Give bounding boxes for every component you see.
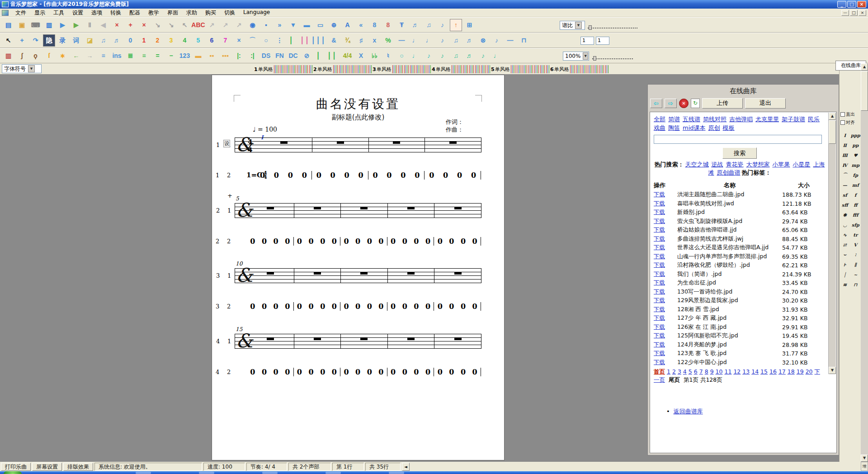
download-link[interactable]: 下载 [654, 341, 677, 349]
download-link[interactable]: 下载 [654, 350, 677, 357]
hot-search-link[interactable]: 小苹果 [773, 161, 790, 168]
download-link[interactable]: 下载 [654, 359, 677, 366]
dash2-icon[interactable]: — [504, 34, 516, 47]
palette-item[interactable]: Ⅲ [840, 150, 850, 160]
exit-button[interactable]: 退出 [745, 98, 786, 109]
download-link[interactable]: 下载 [654, 332, 677, 340]
palette-item[interactable]: ✱ [840, 210, 850, 220]
staff-measure[interactable] [341, 334, 388, 349]
page-link[interactable]: 8 [705, 368, 708, 375]
natural-icon[interactable]: ♮ [382, 50, 394, 62]
insert-measure-icon[interactable]: + [124, 19, 137, 31]
scroll-up-icon[interactable]: ▲ [861, 63, 868, 71]
double-sharp-icon[interactable]: x [368, 34, 381, 47]
voice-number-input[interactable]: 1 [580, 37, 594, 45]
palette-item[interactable]: mp [850, 160, 861, 170]
bar-orange-3-icon[interactable]: ▪▪▪ [219, 50, 231, 62]
lyricist-label[interactable]: 作词： [446, 118, 463, 126]
barline-thin-icon[interactable]: ▏ [314, 50, 326, 62]
menu-item[interactable]: 求助 [182, 8, 201, 18]
da-capo-icon[interactable]: DC [287, 50, 299, 62]
small-block-icon[interactable]: ▪ [260, 19, 272, 31]
time-sig-44-icon[interactable]: 4/4 [341, 50, 354, 62]
staff-system-part2[interactable]: 21+5& [235, 203, 481, 218]
palette-item[interactable]: │ [840, 270, 850, 280]
hot-search-link[interactable]: 逆战 [712, 161, 723, 168]
last-page-link[interactable]: 尾页 [669, 376, 680, 383]
search-button[interactable]: 搜索 [722, 147, 757, 159]
percussion-instrument-icon[interactable]: ▥ [2, 50, 14, 62]
dock-checkbox[interactable]: 对齐 [840, 119, 861, 126]
score-ratio-slider[interactable] [588, 25, 637, 28]
instrument-library-icon[interactable]: ▥ [43, 19, 55, 31]
palette-item[interactable]: ⇄ [840, 240, 850, 250]
palette-item[interactable]: sfp [850, 220, 861, 230]
duration-half-icon[interactable]: ♩ [409, 34, 421, 47]
line-style-2-icon[interactable]: ≡ [138, 50, 150, 62]
download-link[interactable]: 下载 [654, 288, 677, 296]
page-link[interactable]: 20 [806, 368, 813, 375]
play-from-cursor-icon[interactable]: ▶ [70, 19, 82, 31]
abc-lyrics-icon[interactable]: ABC [192, 19, 204, 31]
delete-confirm-icon[interactable]: × [138, 19, 150, 31]
paste-block-up-icon[interactable]: ↖ [179, 19, 191, 31]
palette-item[interactable]: f [850, 190, 861, 200]
hot-search-link[interactable]: 大梦想家 [746, 161, 770, 168]
scroll-down-icon[interactable]: ▼ [829, 367, 836, 374]
dash-icon[interactable]: — [396, 34, 408, 47]
degree-6-icon[interactable]: 6 [206, 34, 218, 47]
double-flat-icon[interactable]: ♭♭ [368, 50, 381, 62]
rest-x-icon[interactable]: ⊗ [477, 34, 489, 47]
lute-instrument-icon[interactable]: ϙ [29, 50, 42, 62]
grace-note-icon[interactable]: ♪ [491, 34, 503, 47]
minimize-button[interactable]: _ [837, 1, 846, 8]
download-link[interactable]: 下载 [654, 244, 677, 251]
degree-4-icon[interactable]: 4 [179, 34, 191, 47]
page-link[interactable]: 4 [683, 368, 687, 375]
text-sign-icon[interactable]: Ŧ [396, 19, 408, 31]
delete-note-icon[interactable]: × [233, 34, 245, 47]
browser-stop-button[interactable]: ✕ [679, 99, 689, 108]
checkbox-icon[interactable] [840, 120, 845, 125]
staff-number-input[interactable]: 1 [596, 37, 609, 45]
page-link[interactable]: 9 [710, 368, 714, 375]
line-style-3-icon[interactable]: ≣ [124, 50, 137, 62]
staff-measure[interactable] [425, 137, 481, 152]
menu-item[interactable]: 转换 [106, 8, 125, 18]
hot-search-link[interactable]: 天空之城 [685, 161, 709, 168]
palette-item[interactable]: ∥ [850, 260, 861, 270]
jianpu-measure[interactable]: 0000 [247, 302, 294, 311]
degree-3-icon[interactable]: 3 [165, 34, 177, 47]
child-restore-button[interactable]: □ [850, 10, 858, 16]
menu-item[interactable]: 显示 [30, 8, 49, 18]
maximize-button[interactable]: □ [847, 1, 856, 8]
whole-note-icon[interactable]: ○ [396, 50, 408, 62]
category-link[interactable]: 民乐 [808, 116, 820, 123]
jianpu-measure[interactable]: 0000 [387, 302, 434, 311]
download-link[interactable]: 下载 [654, 191, 677, 199]
grace-2-icon[interactable]: ♫ [450, 50, 462, 62]
upload-web-icon[interactable]: ↑ [450, 19, 462, 31]
category-link[interactable]: 简线对照 [703, 116, 726, 123]
measure-style-tab[interactable]: 4 单风格 [432, 64, 491, 74]
degree-7-icon[interactable]: 7 [219, 34, 231, 47]
repeat-end-icon[interactable]: :| [246, 50, 259, 62]
page-link[interactable]: 12 [733, 368, 741, 375]
palette-item[interactable]: ◡ [840, 220, 850, 230]
palette-item[interactable]: ∿ [840, 230, 850, 240]
fast-forward-icon[interactable]: » [274, 19, 286, 31]
palette-item[interactable]: ⊓ [850, 280, 861, 289]
palette-item[interactable]: Ⅱ [840, 140, 850, 150]
staff-system-part1[interactable]: 11设&44 [235, 137, 481, 152]
scroll-thumb[interactable] [829, 120, 836, 144]
palette-item[interactable]: ≋ [840, 280, 850, 289]
eighth-note-cyan-icon[interactable]: ♪ [423, 50, 435, 62]
jianpu-measure[interactable]: 0000 [255, 171, 312, 180]
insert-mode-icon[interactable]: ins [111, 50, 123, 62]
palette-item[interactable]: ⌣ [840, 250, 850, 260]
note-flag-icon[interactable]: ♬ [409, 19, 421, 31]
menu-item[interactable]: 购买 [201, 8, 220, 18]
download-link[interactable]: 下载 [654, 297, 677, 304]
tempo-marking[interactable]: ♩ = 100 [253, 126, 277, 133]
jianpu-line-part1[interactable]: 121=C440000000000000000 [235, 171, 481, 180]
